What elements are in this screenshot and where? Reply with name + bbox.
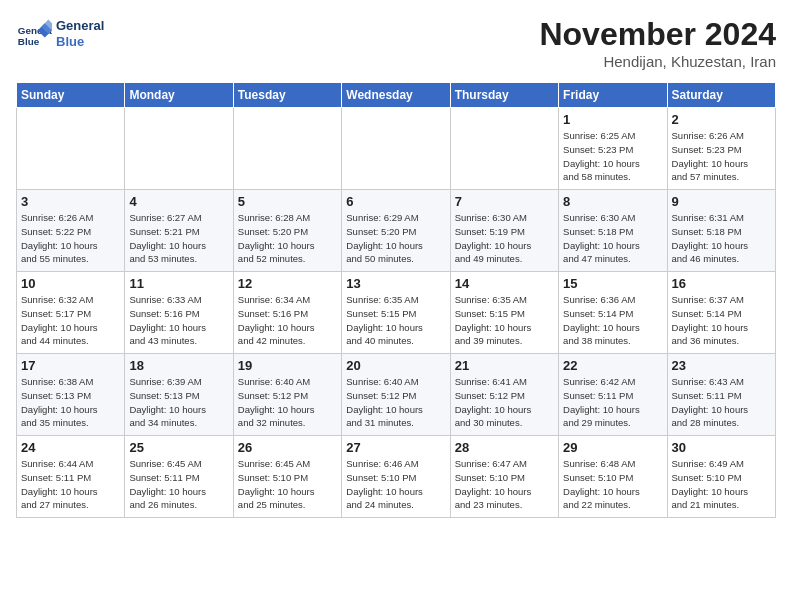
svg-text:Blue: Blue (18, 36, 40, 47)
day-info: Sunrise: 6:31 AM Sunset: 5:18 PM Dayligh… (672, 211, 771, 266)
calendar-cell: 8Sunrise: 6:30 AM Sunset: 5:18 PM Daylig… (559, 190, 667, 272)
day-number: 11 (129, 276, 228, 291)
day-number: 4 (129, 194, 228, 209)
day-info: Sunrise: 6:35 AM Sunset: 5:15 PM Dayligh… (455, 293, 554, 348)
weekday-monday: Monday (125, 83, 233, 108)
day-number: 29 (563, 440, 662, 455)
day-number: 21 (455, 358, 554, 373)
day-info: Sunrise: 6:38 AM Sunset: 5:13 PM Dayligh… (21, 375, 120, 430)
day-info: Sunrise: 6:44 AM Sunset: 5:11 PM Dayligh… (21, 457, 120, 512)
calendar-cell: 14Sunrise: 6:35 AM Sunset: 5:15 PM Dayli… (450, 272, 558, 354)
day-info: Sunrise: 6:27 AM Sunset: 5:21 PM Dayligh… (129, 211, 228, 266)
calendar-cell: 18Sunrise: 6:39 AM Sunset: 5:13 PM Dayli… (125, 354, 233, 436)
calendar-cell: 11Sunrise: 6:33 AM Sunset: 5:16 PM Dayli… (125, 272, 233, 354)
day-info: Sunrise: 6:37 AM Sunset: 5:14 PM Dayligh… (672, 293, 771, 348)
calendar-body: 1Sunrise: 6:25 AM Sunset: 5:23 PM Daylig… (17, 108, 776, 518)
day-info: Sunrise: 6:35 AM Sunset: 5:15 PM Dayligh… (346, 293, 445, 348)
day-number: 3 (21, 194, 120, 209)
weekday-saturday: Saturday (667, 83, 775, 108)
day-number: 30 (672, 440, 771, 455)
day-number: 14 (455, 276, 554, 291)
day-info: Sunrise: 6:48 AM Sunset: 5:10 PM Dayligh… (563, 457, 662, 512)
calendar-cell: 17Sunrise: 6:38 AM Sunset: 5:13 PM Dayli… (17, 354, 125, 436)
calendar-cell: 1Sunrise: 6:25 AM Sunset: 5:23 PM Daylig… (559, 108, 667, 190)
calendar-cell: 22Sunrise: 6:42 AM Sunset: 5:11 PM Dayli… (559, 354, 667, 436)
day-info: Sunrise: 6:25 AM Sunset: 5:23 PM Dayligh… (563, 129, 662, 184)
day-info: Sunrise: 6:49 AM Sunset: 5:10 PM Dayligh… (672, 457, 771, 512)
calendar-week-5: 24Sunrise: 6:44 AM Sunset: 5:11 PM Dayli… (17, 436, 776, 518)
day-number: 2 (672, 112, 771, 127)
calendar-week-2: 3Sunrise: 6:26 AM Sunset: 5:22 PM Daylig… (17, 190, 776, 272)
calendar-week-3: 10Sunrise: 6:32 AM Sunset: 5:17 PM Dayli… (17, 272, 776, 354)
weekday-sunday: Sunday (17, 83, 125, 108)
calendar-cell: 10Sunrise: 6:32 AM Sunset: 5:17 PM Dayli… (17, 272, 125, 354)
day-number: 22 (563, 358, 662, 373)
weekday-wednesday: Wednesday (342, 83, 450, 108)
calendar-cell: 30Sunrise: 6:49 AM Sunset: 5:10 PM Dayli… (667, 436, 775, 518)
day-info: Sunrise: 6:43 AM Sunset: 5:11 PM Dayligh… (672, 375, 771, 430)
logo-text-general: General (56, 18, 104, 34)
calendar-cell: 28Sunrise: 6:47 AM Sunset: 5:10 PM Dayli… (450, 436, 558, 518)
day-info: Sunrise: 6:45 AM Sunset: 5:10 PM Dayligh… (238, 457, 337, 512)
calendar-cell (17, 108, 125, 190)
month-title: November 2024 (539, 16, 776, 53)
day-info: Sunrise: 6:34 AM Sunset: 5:16 PM Dayligh… (238, 293, 337, 348)
calendar-cell: 26Sunrise: 6:45 AM Sunset: 5:10 PM Dayli… (233, 436, 341, 518)
day-number: 13 (346, 276, 445, 291)
day-number: 9 (672, 194, 771, 209)
day-number: 24 (21, 440, 120, 455)
title-block: November 2024 Hendijan, Khuzestan, Iran (539, 16, 776, 70)
calendar-cell: 4Sunrise: 6:27 AM Sunset: 5:21 PM Daylig… (125, 190, 233, 272)
calendar-cell: 6Sunrise: 6:29 AM Sunset: 5:20 PM Daylig… (342, 190, 450, 272)
day-info: Sunrise: 6:26 AM Sunset: 5:22 PM Dayligh… (21, 211, 120, 266)
day-info: Sunrise: 6:26 AM Sunset: 5:23 PM Dayligh… (672, 129, 771, 184)
calendar-cell: 3Sunrise: 6:26 AM Sunset: 5:22 PM Daylig… (17, 190, 125, 272)
day-number: 8 (563, 194, 662, 209)
day-info: Sunrise: 6:33 AM Sunset: 5:16 PM Dayligh… (129, 293, 228, 348)
day-info: Sunrise: 6:30 AM Sunset: 5:19 PM Dayligh… (455, 211, 554, 266)
calendar-cell: 16Sunrise: 6:37 AM Sunset: 5:14 PM Dayli… (667, 272, 775, 354)
calendar-cell: 19Sunrise: 6:40 AM Sunset: 5:12 PM Dayli… (233, 354, 341, 436)
calendar-cell: 5Sunrise: 6:28 AM Sunset: 5:20 PM Daylig… (233, 190, 341, 272)
calendar-cell: 29Sunrise: 6:48 AM Sunset: 5:10 PM Dayli… (559, 436, 667, 518)
calendar-cell: 2Sunrise: 6:26 AM Sunset: 5:23 PM Daylig… (667, 108, 775, 190)
calendar-cell: 23Sunrise: 6:43 AM Sunset: 5:11 PM Dayli… (667, 354, 775, 436)
day-info: Sunrise: 6:46 AM Sunset: 5:10 PM Dayligh… (346, 457, 445, 512)
logo-icon: General Blue (16, 16, 52, 52)
day-info: Sunrise: 6:42 AM Sunset: 5:11 PM Dayligh… (563, 375, 662, 430)
day-number: 5 (238, 194, 337, 209)
calendar-week-1: 1Sunrise: 6:25 AM Sunset: 5:23 PM Daylig… (17, 108, 776, 190)
day-info: Sunrise: 6:47 AM Sunset: 5:10 PM Dayligh… (455, 457, 554, 512)
day-number: 15 (563, 276, 662, 291)
day-info: Sunrise: 6:40 AM Sunset: 5:12 PM Dayligh… (238, 375, 337, 430)
day-info: Sunrise: 6:39 AM Sunset: 5:13 PM Dayligh… (129, 375, 228, 430)
day-number: 10 (21, 276, 120, 291)
day-info: Sunrise: 6:41 AM Sunset: 5:12 PM Dayligh… (455, 375, 554, 430)
calendar-cell: 27Sunrise: 6:46 AM Sunset: 5:10 PM Dayli… (342, 436, 450, 518)
logo-text-blue: Blue (56, 34, 104, 50)
calendar-cell (450, 108, 558, 190)
calendar-cell: 9Sunrise: 6:31 AM Sunset: 5:18 PM Daylig… (667, 190, 775, 272)
calendar-cell: 21Sunrise: 6:41 AM Sunset: 5:12 PM Dayli… (450, 354, 558, 436)
day-number: 1 (563, 112, 662, 127)
calendar-cell: 20Sunrise: 6:40 AM Sunset: 5:12 PM Dayli… (342, 354, 450, 436)
day-info: Sunrise: 6:45 AM Sunset: 5:11 PM Dayligh… (129, 457, 228, 512)
calendar-cell: 12Sunrise: 6:34 AM Sunset: 5:16 PM Dayli… (233, 272, 341, 354)
day-info: Sunrise: 6:30 AM Sunset: 5:18 PM Dayligh… (563, 211, 662, 266)
calendar-cell: 13Sunrise: 6:35 AM Sunset: 5:15 PM Dayli… (342, 272, 450, 354)
day-number: 7 (455, 194, 554, 209)
logo: General Blue General Blue (16, 16, 104, 52)
day-info: Sunrise: 6:29 AM Sunset: 5:20 PM Dayligh… (346, 211, 445, 266)
page-header: General Blue General Blue November 2024 … (16, 16, 776, 70)
weekday-header-row: SundayMondayTuesdayWednesdayThursdayFrid… (17, 83, 776, 108)
day-number: 18 (129, 358, 228, 373)
day-info: Sunrise: 6:36 AM Sunset: 5:14 PM Dayligh… (563, 293, 662, 348)
calendar-cell: 25Sunrise: 6:45 AM Sunset: 5:11 PM Dayli… (125, 436, 233, 518)
location-title: Hendijan, Khuzestan, Iran (539, 53, 776, 70)
day-number: 12 (238, 276, 337, 291)
calendar-cell: 15Sunrise: 6:36 AM Sunset: 5:14 PM Dayli… (559, 272, 667, 354)
weekday-thursday: Thursday (450, 83, 558, 108)
calendar-cell (233, 108, 341, 190)
calendar-week-4: 17Sunrise: 6:38 AM Sunset: 5:13 PM Dayli… (17, 354, 776, 436)
calendar-table: SundayMondayTuesdayWednesdayThursdayFrid… (16, 82, 776, 518)
